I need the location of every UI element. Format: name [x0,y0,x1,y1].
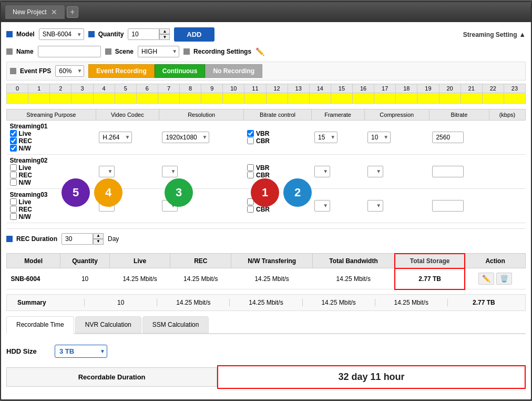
s02-vbr-label: VBR [247,164,308,172]
s02-live[interactable] [10,164,17,171]
model-select[interactable]: SNB-6004 [39,28,84,40]
bar-9[interactable] [201,93,223,103]
edit-button[interactable]: ✏️ [478,273,494,285]
bar-23[interactable] [504,93,525,103]
hdd-select-wrapper: 3 TB 2 TB 1 TB ▼ [55,345,107,358]
bar-20[interactable] [439,93,461,103]
s01-cbr[interactable] [247,137,254,144]
streaming01-live-label: Live [10,130,93,137]
s03-live[interactable] [10,198,17,205]
bar-21[interactable] [461,93,483,103]
ssm-calc-tab[interactable]: SSM Calculation [142,316,209,333]
s02-codec-select[interactable] [99,166,115,177]
bar-10[interactable] [223,93,244,103]
recordable-time-tab[interactable]: Recordable Time [6,316,74,334]
quantity-up[interactable]: ▲ [159,28,170,34]
s01-comp-select[interactable]: 10 [367,132,391,143]
bar-13[interactable] [288,93,310,103]
bar-4[interactable] [94,93,115,103]
hour-13: 13 [288,84,310,93]
s01-codec-wrapper: H.264 ▼ [99,132,132,143]
bar-0[interactable] [7,93,28,103]
continuous-tab[interactable]: Continuous [155,64,206,78]
bar-17[interactable] [374,93,396,103]
kbps-label-01 [489,120,525,154]
bar-22[interactable] [483,93,504,103]
s01-vbr[interactable] [247,130,254,137]
no-recording-tab[interactable]: No Recording [205,64,262,78]
s02-nw[interactable] [10,179,17,186]
s03-comp-select[interactable] [367,200,383,212]
s01-fps-select[interactable]: 15 [314,132,337,143]
timeline-bar[interactable] [6,93,526,104]
bar-1[interactable] [28,93,50,103]
s03-fps-select[interactable] [314,200,330,212]
model-row: Model SNB-6004 ▼ Quantity ▲ ▼ ADD [6,27,526,42]
rec-duration-input[interactable] [62,233,93,245]
s01-res-select[interactable]: 1920x1080 [162,132,209,143]
dt-storage-header: Total Storage [395,254,465,268]
hour-22: 22 [483,84,504,93]
quantity-input[interactable] [128,28,159,40]
new-tab-button[interactable]: + [67,6,78,18]
s01-codec-select[interactable]: H.264 [99,132,132,143]
s02-res-select[interactable] [162,166,178,177]
bar-12[interactable] [267,93,288,103]
hdd-row: HDD Size 3 TB 2 TB 1 TB ▼ [6,345,526,358]
bar-6[interactable] [137,93,158,103]
s03-cbr[interactable] [247,206,254,213]
s01-bitrate-input[interactable] [432,132,464,143]
dt-live-cell: 14.25 Mbit/s [109,268,170,289]
s01-comp-wrapper: 10 ▼ [367,132,391,143]
bar-3[interactable] [71,93,93,103]
rec-duration-label: REC Duration [6,235,57,243]
bar-7[interactable] [158,93,180,103]
s02-vbr[interactable] [247,164,254,171]
quality-select-wrapper: HIGH MEDIUM LOW ▼ [138,46,179,57]
s02-fps-select[interactable] [314,166,330,177]
tab-title: New Project [13,8,47,16]
nvr-calc-tab[interactable]: NVR Calculation [75,316,141,333]
bar-5[interactable] [115,93,137,103]
streaming01-nw-check[interactable] [10,145,17,152]
bar-8[interactable] [180,93,201,103]
rec-settings-indicator [183,48,190,55]
circle-4: 4 [94,178,122,207]
hour-16: 16 [353,84,374,93]
delete-button[interactable]: 🗑️ [496,273,512,285]
bar-11[interactable] [244,93,266,103]
bar-2[interactable] [50,93,71,103]
fps-select[interactable]: 60% [55,65,84,77]
quantity-input-group: ▲ ▼ [128,28,170,40]
rec-duration-down[interactable]: ▼ [93,239,104,245]
hour-9: 9 [201,84,223,93]
s02-comp-select[interactable] [367,166,383,177]
tab-close-button[interactable]: ✕ [51,8,57,16]
bar-14[interactable] [310,93,331,103]
bar-19[interactable] [417,93,439,103]
pencil-icon[interactable]: ✏️ [255,47,264,56]
project-tab[interactable]: New Project ✕ [5,5,65,19]
quantity-down[interactable]: ▼ [159,34,170,40]
add-button[interactable]: ADD [174,27,214,42]
streaming01-rec-check[interactable] [10,137,17,144]
s02-bitrate-input[interactable] [432,166,464,177]
s03-bitrate-input[interactable] [432,200,464,212]
bar-16[interactable] [353,93,374,103]
rec-duration-up[interactable]: ▲ [93,233,104,239]
hdd-select[interactable]: 3 TB 2 TB 1 TB [55,345,107,358]
quality-select[interactable]: HIGH MEDIUM LOW [138,46,179,57]
s03-rec[interactable] [10,206,17,213]
s02-rec[interactable] [10,172,17,178]
kbps-label-02 [489,154,525,188]
bar-18[interactable] [396,93,417,103]
event-recording-tab[interactable]: Event Recording [88,64,154,78]
s03-nw[interactable] [10,213,17,220]
rec-duration-indicator [6,236,13,242]
streaming01-live-check[interactable] [10,130,17,137]
s02-codec-wrapper: ▼ [99,166,115,177]
hour-4: 4 [94,84,115,93]
name-input[interactable] [38,46,101,57]
bar-15[interactable] [331,93,353,103]
s02-cbr[interactable] [247,172,254,178]
